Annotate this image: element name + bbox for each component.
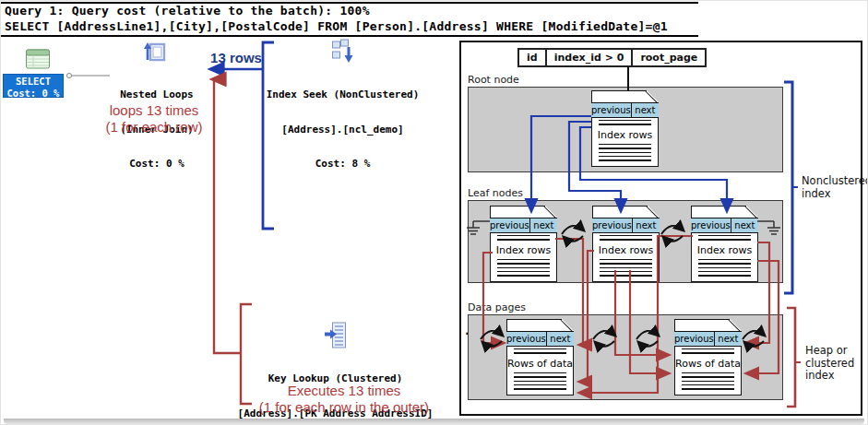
key-lookup-icon[interactable] (324, 321, 348, 353)
page-fold (746, 206, 758, 218)
select-node-cost: Cost: 0 % (4, 88, 63, 100)
sysindexes-row: id index_id > 0 root_page (517, 48, 707, 67)
page-link-bar: previous next (490, 218, 557, 233)
data-row-lines (514, 348, 566, 357)
page-link-bar: previous next (691, 218, 758, 233)
previous-label: previous (674, 334, 714, 344)
page-fold (647, 90, 659, 102)
select-node[interactable]: SELECT Cost: 0 % (3, 74, 64, 98)
nested-loops-annotation: loops 13 times (1 for each row) (79, 102, 229, 136)
next-label: next (633, 220, 660, 230)
previous-label: previous (490, 220, 529, 230)
statement-divider (1, 35, 698, 37)
page-link-bar: previous next (674, 331, 742, 347)
screenshot-root: Query 1: Query cost (relative to the bat… (0, 0, 868, 425)
leaf-page-1: previous next Index rows (490, 206, 557, 282)
index-row-lines (698, 235, 751, 243)
page-link-bar: previous next (592, 218, 660, 233)
nested-loops-icon[interactable] (144, 40, 168, 67)
plan-connector (66, 73, 110, 77)
root-node-label: Root node (468, 74, 519, 86)
page-link-bar: previous next (506, 331, 574, 347)
leaf-page-3: previous next Index rows (691, 206, 758, 282)
index-seek-line2: [Address].[ncl_demo] (262, 124, 423, 136)
select-result-icon[interactable] (25, 48, 51, 74)
next-label: next (715, 334, 742, 344)
data-page-2: previous next Rows of data (674, 319, 742, 395)
sys-col-indexid: index_id > 0 (547, 50, 634, 65)
leaf-page-2: previous next Index rows (592, 206, 660, 282)
data-row-lines (682, 372, 734, 392)
page-link-bar: previous next (591, 102, 659, 118)
nl-note-line1: loops 13 times (79, 102, 229, 119)
data-row-lines (514, 372, 566, 392)
index-seek-line1: Index Seek (NonClustered) (262, 89, 423, 101)
sys-col-id: id (519, 50, 547, 65)
page-content-label: Index rows (593, 244, 659, 256)
index-row-lines (600, 259, 652, 278)
index-row-lines (698, 259, 751, 278)
data-pages-label: Data pages (468, 301, 526, 313)
index-seek-line3: Cost: 8 % (262, 159, 423, 171)
nl-note-line2: (1 for each row) (79, 119, 229, 136)
page-fold (730, 319, 742, 331)
previous-label: previous (691, 220, 731, 230)
kl-note-line1: Executes 13 times (233, 383, 455, 399)
page-content-label: Index rows (592, 129, 658, 141)
page-fold (562, 319, 574, 331)
sys-col-rootpage: root_page (633, 50, 705, 65)
next-label: next (632, 105, 659, 115)
previous-label: previous (592, 220, 632, 230)
root-page: previous next Index rows (591, 90, 659, 167)
nested-loops-line1: Nested Loops (112, 89, 202, 101)
page-content-label: Rows of data (675, 358, 741, 370)
previous-label: previous (591, 105, 631, 115)
page-content-label: Index rows (491, 244, 556, 256)
next-label: next (731, 220, 758, 230)
previous-label: previous (506, 334, 546, 344)
index-seek-icon[interactable] (330, 39, 354, 67)
index-row-lines (497, 235, 550, 243)
page-content-label: Rows of data (507, 358, 573, 370)
nonclustered-index-label: Nonclustered index (802, 175, 868, 200)
index-row-lines (497, 259, 550, 278)
next-label: next (530, 220, 557, 230)
rows-count-label: 13 rows (209, 50, 263, 65)
index-row-lines (599, 120, 651, 128)
next-label: next (547, 334, 574, 344)
page-fold (648, 206, 660, 218)
query-cost-line: Query 1: Query cost (relative to the bat… (5, 4, 370, 18)
data-page-1: previous next Rows of data (506, 319, 574, 395)
index-row-lines (599, 144, 651, 163)
kl-note-line2: (1 for each row in the outer) (233, 399, 455, 416)
select-node-label: SELECT (4, 76, 63, 88)
data-row-lines (682, 348, 734, 357)
screenshot-bottom-shadow (4, 419, 864, 425)
nested-loops-line3: Cost: 0 % (112, 159, 202, 171)
index-seek-node[interactable]: Index Seek (NonClustered) [Address].[ncl… (262, 66, 423, 194)
heap-clustered-label: Heap or clustered index (805, 345, 854, 383)
query-statement-line: SELECT [AddressLine1],[City],[PostalCode… (5, 19, 668, 33)
leaf-nodes-label: Leaf nodes (468, 187, 523, 199)
index-row-lines (600, 235, 652, 243)
key-lookup-annotation: Executes 13 times (1 for each row in the… (233, 383, 455, 416)
page-fold (545, 206, 557, 218)
page-content-label: Index rows (692, 244, 757, 256)
